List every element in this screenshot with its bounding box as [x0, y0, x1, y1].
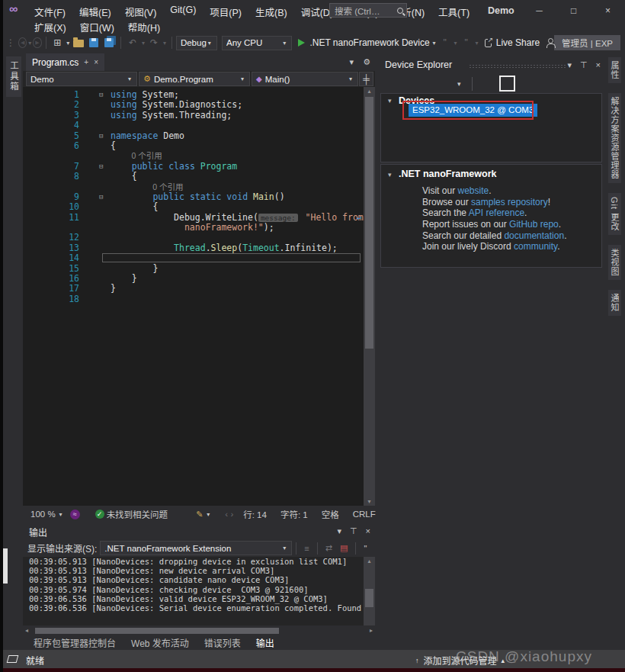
panel-dropdown-icon[interactable]: ▾ [337, 526, 341, 536]
code-row[interactable]: 18 [23, 294, 364, 304]
fold-marker-icon[interactable]: ⊟ [79, 131, 111, 141]
pin-tab-icon[interactable]: + [84, 58, 88, 66]
code-row[interactable]: 17} [23, 284, 364, 294]
code-row[interactable]: 2using System.Diagnostics; [23, 100, 364, 110]
panel-close-icon[interactable]: × [596, 60, 601, 70]
code-row[interactable]: 14 [23, 253, 364, 263]
panel-close-icon[interactable]: × [366, 526, 370, 536]
new-project-icon[interactable]: ⊞ [51, 35, 63, 50]
scroll-up-icon[interactable]: ▴ [364, 88, 375, 95]
column-indicator[interactable]: 字符: 1 [280, 508, 308, 520]
device-toolbar-button[interactable] [499, 76, 515, 92]
maximize-button[interactable]: □ [556, 0, 591, 21]
code-row[interactable]: nanoFramework!"); [23, 223, 364, 233]
zoom-level-combo[interactable]: 100 % ▾ [30, 510, 64, 519]
hot-reload-dropdown-icon[interactable]: ▾ [454, 40, 457, 47]
fold-marker-icon[interactable]: ⊟ [79, 90, 111, 100]
clear-all-icon[interactable]: ▤ [340, 543, 348, 553]
code-row[interactable]: 4 [23, 121, 364, 130]
output-vertical-scrollbar[interactable]: ▴ [364, 557, 375, 625]
live-share-label[interactable]: Live Share [496, 37, 540, 48]
devices-expand-icon[interactable]: ▾ [388, 97, 392, 104]
editor-options-gear-icon[interactable]: ⚙ [363, 57, 370, 67]
redo-icon[interactable]: ↷ [148, 35, 160, 50]
code-row[interactable]: 0 个引用 [23, 151, 364, 161]
live-share-icon[interactable] [485, 39, 492, 47]
start-debugging-icon[interactable] [298, 39, 305, 47]
problems-indicator[interactable]: ✓ 未找到相关问题 [95, 508, 168, 520]
bottom-tab-错误列表[interactable]: 错误列表 [198, 635, 247, 651]
code-row[interactable]: 0 个引用 [23, 182, 364, 192]
code-row[interactable]: 3using System.Threading; [23, 111, 364, 121]
code-row[interactable]: 13 Thread.Sleep(Timeout.Infinite); [23, 243, 364, 253]
profiler-dropdown-icon[interactable]: ▾ [476, 40, 479, 47]
code-row[interactable]: 11 Debug.WriteLine(message: "Hello from↩ [23, 213, 364, 223]
editor-vertical-scrollbar[interactable]: ▴ ▾ [364, 87, 375, 506]
eol-indicator[interactable]: CRLF [353, 510, 376, 519]
navigate-back-icon[interactable]: ◀ [18, 37, 27, 48]
minimize-button[interactable]: ─ [522, 0, 556, 21]
scrollbar-thumb[interactable] [365, 589, 373, 607]
info-link[interactable]: community [514, 241, 557, 252]
code-row[interactable]: 1⊟using System; [23, 90, 364, 100]
save-icon[interactable] [88, 35, 100, 50]
find-message-icon[interactable]: ≡ [304, 544, 309, 553]
scrollbar-thumb[interactable] [35, 628, 279, 634]
output-source-combo[interactable]: .NET nanoFramework Extension ▾ [100, 541, 292, 555]
codelens-status-icon[interactable]: ≈ [70, 510, 80, 519]
code-row[interactable]: 10 { [23, 202, 364, 212]
scroll-right-icon[interactable]: ▸ [370, 627, 373, 634]
bottom-tab-Web 发布活动[interactable]: Web 发布活动 [125, 635, 195, 651]
info-link[interactable]: website [457, 185, 489, 196]
spaces-indicator[interactable]: 空格 [322, 508, 339, 520]
solution-platform-combo[interactable]: Any CPU ▾ [222, 36, 292, 50]
nanoframework-expand-icon[interactable]: ▾ [388, 171, 392, 178]
tab-list-dropdown-icon[interactable]: ▾ [350, 57, 354, 67]
info-link[interactable]: samples repository [471, 197, 548, 207]
right-vertical-tab-解决方案资源管理器[interactable]: 解决方案资源管理器 [608, 93, 621, 183]
menu-item[interactable]: 生成(B) [248, 3, 294, 21]
close-button[interactable]: × [591, 0, 625, 21]
panel-dropdown-icon[interactable]: ▾ [567, 60, 572, 70]
toggle-autoscroll-icon[interactable]: " [364, 544, 367, 553]
info-link[interactable]: GitHub repo [509, 219, 559, 230]
background-tasks-icon[interactable] [7, 655, 19, 663]
scroll-up-icon[interactable]: ▴ [364, 558, 375, 564]
nav-type-combo[interactable]: ⚙ Demo.Program ▾ [139, 72, 250, 86]
profiler-icon[interactable]: " [460, 35, 473, 50]
nanoframework-header[interactable]: .NET nanoFramework [399, 169, 497, 179]
toolbox-vertical-tab[interactable]: 工具箱 [6, 56, 21, 97]
code-row[interactable]: 7⊟ public class Program [23, 162, 364, 172]
right-vertical-tab-属性[interactable]: 属性 [608, 57, 621, 83]
code-row[interactable]: 6{ [23, 141, 364, 151]
hot-reload-icon[interactable]: " [439, 35, 451, 50]
info-link[interactable]: API reference [469, 207, 524, 218]
menu-item[interactable]: Git(G) [163, 3, 203, 21]
nav-project-combo[interactable]: Demo ▾ [26, 72, 137, 86]
code-row[interactable]: 16 } [23, 274, 364, 284]
info-link[interactable]: documentation [504, 230, 564, 241]
nav-member-combo[interactable]: ◆ Main() ▾ [252, 72, 358, 86]
line-indicator[interactable]: 行: 14 [243, 508, 267, 520]
navigate-back-dropdown-icon[interactable]: ▾ [28, 40, 31, 47]
run-target-label[interactable]: .NET nanoFramework Device [309, 37, 429, 48]
open-file-icon[interactable] [72, 35, 85, 50]
undo-dropdown-icon[interactable]: ▾ [142, 40, 145, 47]
feedback-person-icon[interactable] [546, 38, 554, 48]
codelens-references[interactable]: 0 个引用 [111, 182, 183, 192]
right-vertical-tab-类视图[interactable]: 类视图 [608, 245, 621, 280]
code-row[interactable]: 15 } [23, 264, 364, 274]
device-toolbar-dropdown-icon[interactable]: ▾ [457, 80, 461, 88]
panel-pin-icon[interactable]: ⊤ [350, 526, 357, 536]
quick-search-input[interactable]: 搜索 (Ctrl… [329, 3, 407, 18]
scroll-down-icon[interactable]: ▾ [364, 498, 375, 505]
codelens-references[interactable]: 0 个引用 [111, 151, 162, 161]
code-row[interactable]: 8 { [23, 172, 364, 182]
redo-dropdown-icon[interactable]: ▾ [163, 40, 166, 47]
fold-marker-icon[interactable]: ⊟ [79, 192, 111, 202]
solution-configuration-combo[interactable]: Debug ▾ [176, 36, 217, 50]
right-vertical-tab-通知[interactable]: 通知 [608, 290, 621, 316]
navigate-forward-icon[interactable]: ▶ [33, 37, 41, 48]
panel-pin-icon[interactable]: ⊤ [580, 60, 588, 70]
right-vertical-tab-Git 更改[interactable]: Git 更改 [608, 193, 621, 235]
